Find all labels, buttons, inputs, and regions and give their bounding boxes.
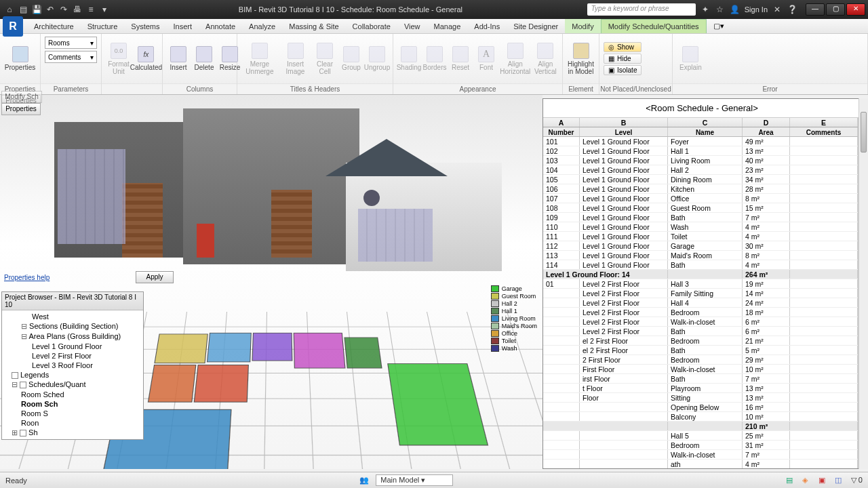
tree-item[interactable]: Level 1 Ground Floor — [2, 342, 143, 351]
save-icon[interactable]: 💾 — [31, 4, 42, 15]
status-icon-3[interactable]: ▣ — [818, 476, 828, 485]
ribbon-toggle-icon[interactable]: ▢▾ — [713, 22, 724, 30]
status-icon-1[interactable]: ▤ — [786, 476, 795, 485]
schedule-row[interactable]: el 2 First FloorBedroom21 m² — [543, 336, 858, 346]
schedule-row[interactable]: FloorSitting13 m² — [543, 393, 858, 403]
schedule-row[interactable]: Level 2 First FloorBath6 m² — [543, 327, 858, 336]
menu-tab-architecture[interactable]: Architecture — [27, 19, 81, 33]
menu-tab-insert[interactable]: Insert — [167, 19, 199, 33]
field-selector-rooms[interactable]: Rooms▾ — [45, 37, 97, 49]
hide-button[interactable]: ▦Hide — [604, 54, 642, 64]
schedule-row[interactable]: 103Level 1 Ground FloorLiving Room40 m² — [543, 156, 858, 165]
highlight-button[interactable]: Highlight in Model — [567, 41, 595, 77]
worksets-icon[interactable]: 👥 — [359, 476, 369, 485]
infocenter-icon[interactable]: ✦ — [700, 4, 711, 15]
tree-item[interactable]: Schedules/Quant — [2, 380, 143, 390]
undo-icon[interactable]: ↶ — [45, 4, 56, 15]
minimize-button[interactable]: — — [806, 3, 825, 16]
tree-item[interactable]: Sections (Building Section) — [2, 321, 143, 331]
exchange-icon[interactable]: ✕ — [772, 4, 783, 15]
schedule-row[interactable]: 113Level 1 Ground FloorMaid's Room8 m² — [543, 251, 858, 260]
menu-tab-annotate[interactable]: Annotate — [199, 19, 242, 33]
schedule-row[interactable]: First FloorWalk-in-closet10 m² — [543, 365, 858, 374]
menu-tab-site-designer[interactable]: Site Designer — [507, 19, 565, 33]
tree-item[interactable]: Area Plans (Gross Building) — [2, 331, 143, 342]
schedule-row[interactable]: irst FloorBath7 m² — [543, 374, 858, 384]
calculated-button[interactable]: fxCalculated — [134, 45, 158, 73]
menu-tab-systems[interactable]: Systems — [124, 19, 166, 33]
tree-item[interactable]: Level 3 Roof Floor — [2, 361, 143, 370]
schedule-row[interactable]: 106Level 1 Ground FloorKitchen28 m² — [543, 184, 858, 194]
schedule-row[interactable]: Bedroom31 m² — [543, 441, 858, 450]
favorite-icon[interactable]: ☆ — [715, 4, 726, 15]
main-model-selector[interactable]: Main Model ▾ — [376, 474, 453, 486]
schedule-row[interactable]: 110Level 1 Ground FloorWash4 m² — [543, 222, 858, 232]
schedule-row[interactable]: 2 First FloorBedroom29 m² — [543, 355, 858, 365]
menu-tab-collaborate[interactable]: Collaborate — [346, 19, 397, 33]
schedule-row[interactable]: Hall 525 m² — [543, 431, 858, 441]
project-browser[interactable]: Project Browser - BIM - Revit 3D Tutoria… — [1, 291, 144, 440]
menu-tab-manage[interactable]: Manage — [427, 19, 468, 33]
field-selector-comments[interactable]: Comments▾ — [45, 51, 97, 63]
schedule-row[interactable]: el 2 First FloorBath5 m² — [543, 346, 858, 355]
menu-tab-analyze[interactable]: Analyze — [242, 19, 282, 33]
status-icon-4[interactable]: ◫ — [835, 476, 844, 485]
user-icon[interactable]: 👤 — [730, 4, 741, 15]
sign-in-link[interactable]: Sign In — [745, 5, 768, 14]
menu-tab-modify[interactable]: Modify — [565, 19, 600, 33]
menu-tab-massing-site[interactable]: Massing & Site — [282, 19, 345, 33]
schedule-row[interactable]: 105Level 1 Ground FloorDining Room34 m² — [543, 175, 858, 184]
menu-tab-structure[interactable]: Structure — [81, 19, 125, 33]
schedule-row[interactable]: 107Level 1 Ground FloorOffice8 m² — [543, 194, 858, 203]
tree-item[interactable]: West — [2, 312, 143, 321]
status-icon-2[interactable]: ◈ — [802, 476, 812, 485]
schedule-row[interactable]: 102Level 1 Ground FloorHall 113 m² — [543, 146, 858, 156]
schedule-row[interactable]: 109Level 1 Ground FloorBath7 m² — [543, 213, 858, 222]
schedule-row[interactable]: 101Level 1 Ground FloorFoyer49 m² — [543, 137, 858, 146]
tree-item[interactable]: Room Sch — [2, 399, 143, 409]
schedule-row[interactable]: Level 2 First FloorFamily Sitting14 m² — [543, 289, 858, 298]
schedule-row[interactable]: ath4 m² — [543, 460, 858, 468]
schedule-row[interactable]: 114Level 1 Ground FloorBath4 m² — [543, 260, 858, 270]
open-icon[interactable]: ▤ — [18, 4, 28, 15]
schedule-row[interactable]: 111Level 1 Ground FloorToilet4 m² — [543, 232, 858, 241]
app-logo-icon[interactable]: R — [3, 16, 23, 37]
schedule-row[interactable]: Balcony10 m² — [543, 412, 858, 422]
schedule-row[interactable]: Walk-in-closet7 m² — [543, 450, 858, 460]
schedule-row[interactable]: Level 2 First FloorBedroom18 m² — [543, 308, 858, 317]
modify-sch-tab[interactable]: Modify Sch — [1, 91, 42, 103]
schedule-row[interactable]: 108Level 1 Ground FloorGuest Room15 m² — [543, 203, 858, 213]
tree-item[interactable]: Level 2 First Floor — [2, 351, 143, 361]
schedule-view[interactable]: <Room Schedule - General> ABCDE NumberLe… — [542, 98, 861, 469]
close-button[interactable]: ✕ — [846, 3, 865, 16]
schedule-row[interactable]: Level 2 First FloorWalk-in-closet6 m² — [543, 317, 858, 327]
schedule-row[interactable]: 01Level 2 First FloorHall 319 m² — [543, 279, 858, 289]
schedule-row[interactable]: Level 2 First FloorHall 424 m² — [543, 298, 858, 308]
schedule-row[interactable]: 112Level 1 Ground FloorGarage30 m² — [543, 241, 858, 251]
properties-help-link[interactable]: Properties help — [4, 274, 50, 281]
menu-tab-add-ins[interactable]: Add-Ins — [467, 19, 507, 33]
show-button[interactable]: ◎Show — [604, 42, 642, 52]
schedule-row[interactable]: t FloorPlayroom13 m² — [543, 384, 858, 393]
apply-button[interactable]: Apply — [136, 271, 174, 283]
tree-item[interactable]: Sh — [2, 428, 143, 438]
home-icon[interactable]: ⌂ — [4, 4, 15, 15]
main-vscrollbar[interactable] — [859, 98, 868, 469]
tree-item[interactable]: Legends — [2, 370, 143, 380]
help-icon[interactable]: ❔ — [787, 4, 797, 15]
insert-col-button[interactable]: Insert — [167, 45, 190, 73]
isolate-button[interactable]: ▣Isolate — [604, 65, 642, 75]
delete-col-button[interactable]: Delete — [193, 45, 216, 73]
more-icon[interactable]: ▾ — [99, 4, 110, 15]
search-input[interactable]: Type a keyword or phrase — [587, 3, 696, 16]
menu-tab-modify-schedule-quantities[interactable]: Modify Schedule/Quantities — [601, 19, 707, 33]
redo-icon[interactable]: ↷ — [58, 4, 69, 15]
measure-icon[interactable]: ≡ — [85, 4, 96, 15]
tree-item[interactable]: Roon — [2, 418, 143, 428]
properties-tab-2[interactable]: Properties — [1, 103, 41, 115]
maximize-button[interactable]: ▢ — [826, 3, 845, 16]
tree-item[interactable]: Room S — [2, 409, 143, 418]
print-icon[interactable]: 🖶 — [72, 4, 83, 15]
menu-tab-view[interactable]: View — [397, 19, 427, 33]
properties-button[interactable]: Properties — [4, 45, 36, 73]
